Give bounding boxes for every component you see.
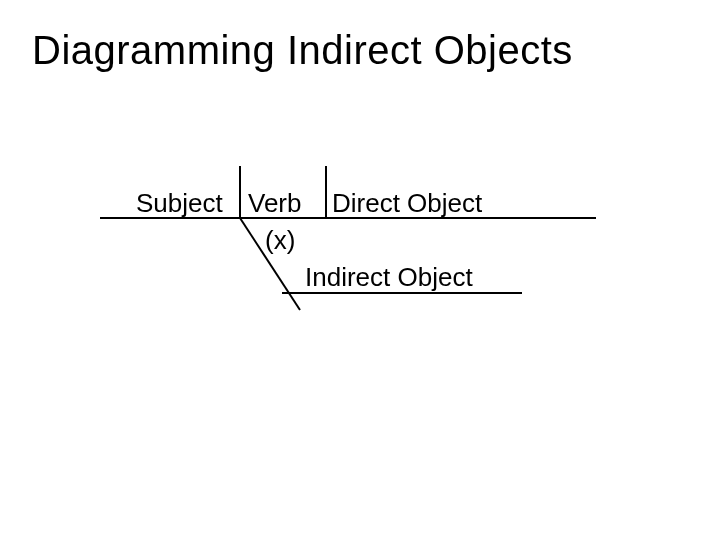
label-direct-object: Direct Object [332, 188, 482, 219]
label-x: (x) [265, 225, 295, 256]
label-subject: Subject [136, 188, 223, 219]
label-indirect-object: Indirect Object [305, 262, 473, 293]
label-verb: Verb [248, 188, 302, 219]
